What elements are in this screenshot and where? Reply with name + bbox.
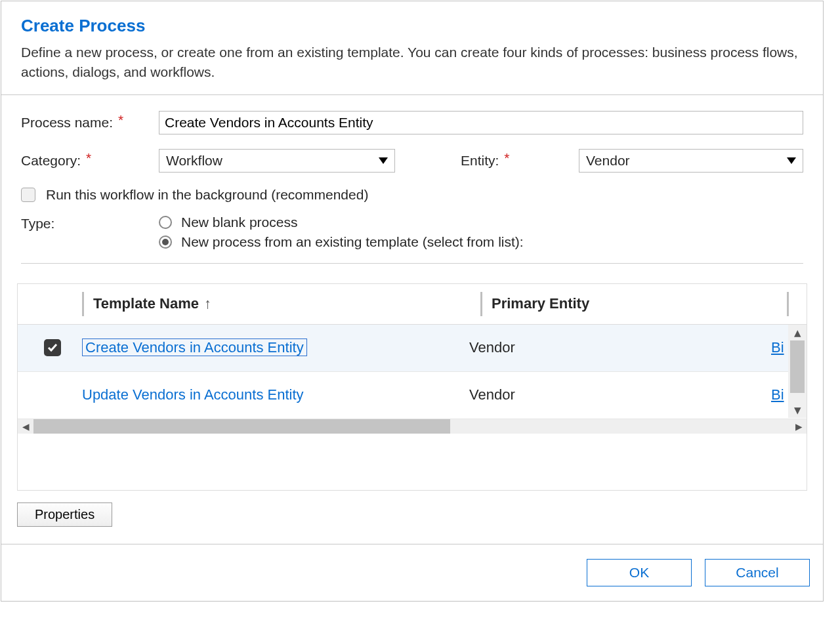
grid-empty-area bbox=[18, 434, 807, 490]
ok-button[interactable]: OK bbox=[587, 559, 692, 586]
scroll-down-icon[interactable]: ▾ bbox=[788, 402, 807, 418]
grid-body: Create Vendors in Accounts Entity Vendor… bbox=[18, 325, 807, 434]
svg-marker-0 bbox=[379, 157, 388, 164]
row-checkbox[interactable] bbox=[44, 339, 61, 356]
chevron-down-icon bbox=[379, 157, 388, 164]
entity-select[interactable]: Vendor bbox=[579, 149, 803, 173]
grid-header: Template Name ↑ Primary Entity bbox=[18, 284, 807, 325]
type-radio-template[interactable] bbox=[159, 236, 172, 249]
category-select[interactable]: Workflow bbox=[159, 149, 395, 173]
col-header-template[interactable]: Template Name ↑ bbox=[93, 295, 480, 312]
vertical-scrollbar[interactable]: ▴ ▾ bbox=[788, 325, 807, 418]
properties-button[interactable]: Properties bbox=[17, 502, 112, 527]
category-label: Category:* bbox=[21, 153, 159, 169]
type-label: Type: bbox=[21, 215, 159, 254]
separator bbox=[21, 263, 803, 264]
primary-entity-cell: Vendor bbox=[469, 339, 771, 356]
svg-marker-1 bbox=[787, 157, 796, 164]
process-name-label: Process name:* bbox=[21, 115, 159, 131]
dialog-header: Create Process Define a new process, or … bbox=[1, 1, 823, 95]
chevron-down-icon bbox=[787, 157, 796, 164]
type-option-blank-label: New blank process bbox=[181, 215, 297, 230]
required-icon: * bbox=[504, 150, 509, 166]
col-header-entity[interactable]: Primary Entity bbox=[492, 295, 787, 312]
dialog-description: Define a new process, or create one from… bbox=[21, 43, 803, 83]
type-radio-blank[interactable] bbox=[159, 216, 172, 229]
background-label: Run this workflow in the background (rec… bbox=[46, 187, 368, 203]
create-process-dialog: Create Process Define a new process, or … bbox=[1, 1, 824, 602]
scroll-left-icon[interactable]: ◂ bbox=[18, 419, 33, 434]
scroll-up-icon[interactable]: ▴ bbox=[788, 325, 807, 340]
primary-entity-cell: Vendor bbox=[469, 386, 771, 403]
dialog-title: Create Process bbox=[21, 16, 803, 36]
background-checkbox[interactable] bbox=[21, 188, 35, 202]
table-row[interactable]: Create Vendors in Accounts Entity Vendor… bbox=[18, 325, 807, 372]
column-resize-handle[interactable] bbox=[787, 292, 789, 316]
table-row[interactable]: Update Vendors in Accounts Entity Vendor… bbox=[18, 372, 807, 419]
sort-asc-icon: ↑ bbox=[204, 295, 211, 312]
template-name-cell[interactable]: Create Vendors in Accounts Entity bbox=[82, 339, 469, 356]
required-icon: * bbox=[118, 112, 123, 128]
column-resize-handle[interactable] bbox=[480, 292, 482, 316]
type-option-template-label: New process from an existing template (s… bbox=[181, 234, 524, 250]
template-grid: Template Name ↑ Primary Entity Create Ve… bbox=[17, 283, 807, 491]
horizontal-scrollbar[interactable]: ◂ ▸ bbox=[18, 419, 807, 434]
dialog-footer: OK Cancel bbox=[1, 544, 823, 601]
scroll-right-icon[interactable]: ▸ bbox=[791, 419, 807, 434]
cancel-button[interactable]: Cancel bbox=[705, 559, 810, 586]
column-resize-handle[interactable] bbox=[82, 292, 84, 316]
template-name-cell[interactable]: Update Vendors in Accounts Entity bbox=[82, 386, 469, 403]
required-icon: * bbox=[86, 150, 91, 166]
entity-label: Entity:* bbox=[461, 153, 579, 169]
process-name-input[interactable] bbox=[159, 111, 803, 134]
form-area: Process name:* Category:* Workflow Entit… bbox=[1, 95, 823, 270]
